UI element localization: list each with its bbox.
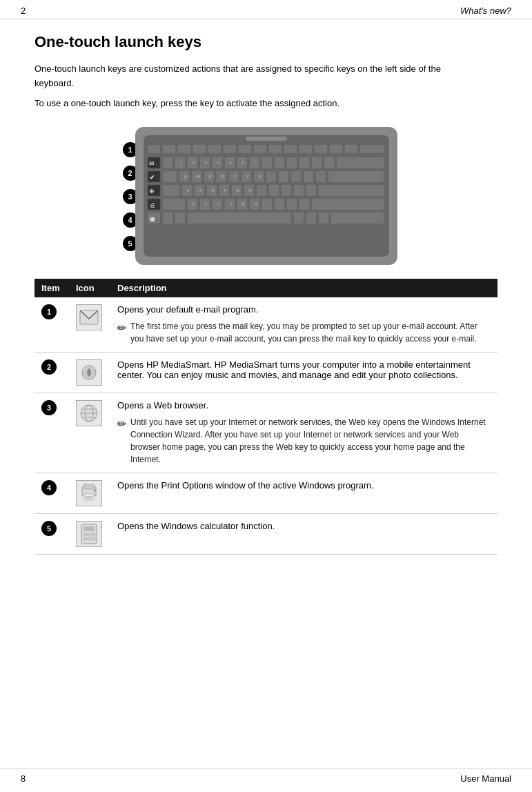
keyboard-image: – 1 2 3 4 5 6 7 Q W E R T Y U xyxy=(135,127,397,265)
svg-rect-81 xyxy=(306,212,316,224)
svg-rect-50 xyxy=(328,171,384,182)
web-icon-svg xyxy=(79,403,99,424)
item-icon-1 xyxy=(69,297,110,353)
icon-print xyxy=(76,480,102,506)
svg-rect-16 xyxy=(360,145,384,153)
svg-text:F: F xyxy=(224,188,226,192)
svg-rect-123 xyxy=(84,484,94,489)
item-desc-1: Opens your default e-mail program. ✏ The… xyxy=(110,297,497,353)
svg-rect-130 xyxy=(83,533,87,536)
svg-text:✉: ✉ xyxy=(149,160,155,167)
item-num-1: 1 xyxy=(35,297,69,353)
item-num-4: 4 xyxy=(35,473,69,514)
item-desc-3: Opens a Web browser. ✏ Until you have se… xyxy=(110,393,497,473)
svg-rect-32 xyxy=(287,157,297,168)
svg-text:U: U xyxy=(259,175,262,179)
page-footer: 8 User Manual xyxy=(0,769,532,784)
svg-rect-83 xyxy=(331,212,384,224)
svg-rect-73 xyxy=(287,199,297,210)
svg-rect-7 xyxy=(224,145,236,153)
svg-text:Q: Q xyxy=(184,175,187,179)
desc-main-4: Opens the Print Options window of the ac… xyxy=(117,480,491,491)
note-text-1: The first time you press the mail key, y… xyxy=(130,320,491,345)
col-header-item: Item xyxy=(35,279,69,297)
svg-rect-8 xyxy=(239,145,251,153)
intro-text-2: To use a one-touch launch key, press the… xyxy=(35,97,476,111)
table-row: 3 Opens a Web browser. xyxy=(35,393,497,473)
svg-rect-2 xyxy=(148,145,160,153)
item-icon-5 xyxy=(69,514,110,555)
svg-rect-36 xyxy=(337,157,384,168)
item-desc-2: Opens HP MediaSmart. HP MediaSmart turns… xyxy=(110,353,497,393)
table-row: 2 Opens HP MediaSmart. HP MediaSmart tur… xyxy=(35,353,497,393)
svg-rect-134 xyxy=(88,537,91,540)
svg-rect-5 xyxy=(193,145,206,153)
svg-rect-132 xyxy=(92,533,95,536)
svg-text:4: 4 xyxy=(217,161,219,165)
svg-text:Z: Z xyxy=(193,202,195,206)
note-text-3: Until you have set up your Internet or n… xyxy=(130,416,491,466)
table-row: 4 Opens the Prin xyxy=(35,473,497,514)
svg-text:D: D xyxy=(212,188,215,192)
svg-text:2: 2 xyxy=(193,161,195,165)
item-circle-1: 1 xyxy=(41,304,57,319)
item-desc-5: Opens the Windows calculator function. xyxy=(110,514,497,555)
desc-main-3: Opens a Web browser. xyxy=(117,400,491,410)
svg-text:🖨: 🖨 xyxy=(150,202,155,208)
svg-rect-59 xyxy=(269,185,279,196)
svg-text:G: G xyxy=(237,188,239,192)
svg-text:R: R xyxy=(221,175,224,179)
svg-rect-64 xyxy=(163,199,185,210)
keyboard-svg: – 1 2 3 4 5 6 7 Q W E R T Y U xyxy=(142,134,391,258)
svg-rect-63 xyxy=(319,185,384,196)
svg-rect-135 xyxy=(92,537,95,540)
item-circle-5: 5 xyxy=(41,521,57,536)
item-circle-4: 4 xyxy=(41,480,57,495)
item-num-5: 5 xyxy=(35,514,69,555)
svg-text:1: 1 xyxy=(180,161,182,165)
header-page-num: 2 xyxy=(21,6,26,16)
svg-text:⊕: ⊕ xyxy=(149,188,155,195)
svg-rect-10 xyxy=(269,145,282,153)
svg-rect-131 xyxy=(88,533,91,536)
main-content: One-touch launch keys One-touch launch k… xyxy=(0,19,532,568)
svg-rect-72 xyxy=(275,199,284,210)
page-title: One-touch launch keys xyxy=(35,33,497,51)
svg-rect-49 xyxy=(316,171,326,182)
svg-point-127 xyxy=(94,490,96,492)
item-icon-2 xyxy=(69,353,110,393)
col-header-icon: Icon xyxy=(69,279,110,297)
svg-rect-13 xyxy=(315,145,327,153)
intro-text-1: One-touch launch keys are customized act… xyxy=(35,62,476,91)
svg-rect-71 xyxy=(262,199,272,210)
footer-label: User Manual xyxy=(460,773,511,784)
svg-text:–: – xyxy=(168,161,170,165)
svg-rect-51 xyxy=(163,185,179,196)
mediasmart-icon-svg xyxy=(79,363,99,382)
print-icon-svg xyxy=(78,482,100,504)
footer-page-num: 8 xyxy=(21,773,26,784)
svg-rect-1 xyxy=(246,137,287,141)
desc-main-2: Opens HP MediaSmart. HP MediaSmart turns… xyxy=(117,359,491,380)
svg-text:C: C xyxy=(217,202,220,206)
svg-rect-82 xyxy=(319,212,328,224)
svg-text:6: 6 xyxy=(242,161,244,165)
item-num-2: 2 xyxy=(35,353,69,393)
svg-text:H: H xyxy=(249,188,252,192)
desc-main-5: Opens the Windows calculator function. xyxy=(117,521,491,531)
svg-rect-62 xyxy=(306,185,316,196)
item-circle-3: 3 xyxy=(41,400,57,415)
svg-text:N: N xyxy=(255,202,257,206)
svg-text:T: T xyxy=(234,175,236,179)
svg-rect-61 xyxy=(294,185,304,196)
svg-rect-37 xyxy=(163,171,177,182)
note-box-3: ✏ Until you have set up your Internet or… xyxy=(117,416,491,466)
icon-mediasmart xyxy=(76,359,102,386)
item-circle-2: 2 xyxy=(41,359,57,375)
svg-rect-6 xyxy=(208,145,221,153)
svg-rect-129 xyxy=(83,526,95,531)
svg-text:▦: ▦ xyxy=(150,216,155,222)
header-chapter-title: What's new? xyxy=(460,6,511,16)
svg-rect-74 xyxy=(299,199,309,210)
table-row: 1 Opens your default e-mail program. ✏ T… xyxy=(35,297,497,353)
